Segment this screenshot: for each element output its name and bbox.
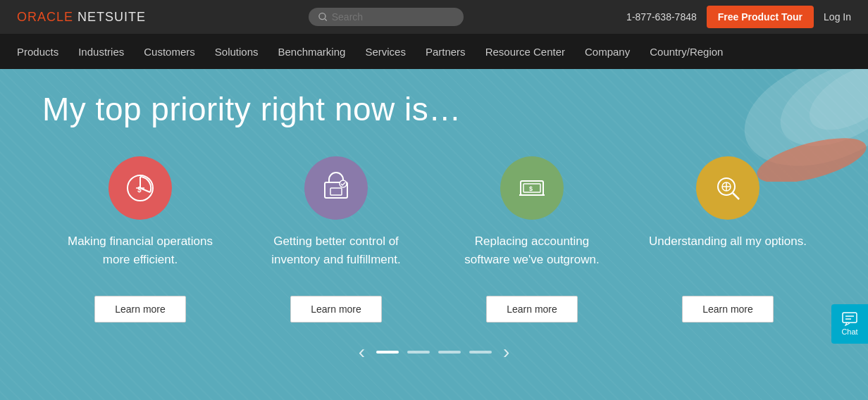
carousel-dot-1[interactable]	[376, 351, 399, 354]
inventory-icon	[319, 171, 353, 205]
nav-item-benchmarking[interactable]: Benchmarking	[278, 36, 346, 68]
nav-item-solutions[interactable]: Solutions	[215, 36, 259, 68]
card-financial: $ Making financial operations more effic…	[59, 156, 221, 323]
card-text-accounting: Replacing accounting software we've outg…	[451, 232, 613, 282]
top-bar: ORACLE NETSUITE 1-877-638-7848 Free Prod…	[0, 0, 868, 34]
nav-item-services[interactable]: Services	[365, 36, 406, 68]
learn-more-accounting-button[interactable]: Learn more	[486, 296, 578, 323]
login-button[interactable]: Log In	[824, 11, 851, 23]
nav-item-customers[interactable]: Customers	[144, 36, 195, 68]
netsuite-logo-text: NETSUITE	[73, 10, 146, 24]
nav-item-company[interactable]: Company	[585, 36, 630, 68]
svg-rect-12	[330, 188, 342, 195]
card-text-inventory: Getting better control of inventory and …	[255, 232, 417, 282]
card-icon-financial: $	[108, 156, 172, 220]
carousel-next-button[interactable]: ›	[503, 342, 509, 362]
nav-item-products[interactable]: Products	[17, 36, 58, 68]
carousel-dot-3[interactable]	[438, 351, 461, 354]
hero-section: My top priority right now is… $ Making f…	[0, 69, 868, 400]
svg-text:$: $	[529, 185, 533, 192]
card-inventory: Getting better control of inventory and …	[255, 156, 417, 323]
top-right-controls: 1-877-638-7848 Free Product Tour Log In	[626, 6, 851, 28]
carousel-prev-button[interactable]: ‹	[359, 342, 365, 362]
svg-point-0	[319, 13, 326, 20]
nav-bar: Products Industries Customers Solutions …	[0, 34, 868, 69]
oracle-logo-text: ORACLE	[17, 10, 73, 24]
search-input[interactable]	[332, 11, 454, 23]
nav-item-resource-center[interactable]: Resource Center	[485, 36, 565, 68]
card-accounting: $ Replacing accounting software we've ou…	[451, 156, 613, 323]
search-icon	[318, 12, 328, 22]
learn-more-options-button[interactable]: Learn more	[682, 296, 774, 323]
svg-line-19	[733, 193, 739, 199]
phone-number: 1-877-638-7848	[626, 11, 697, 23]
laptop-icon: $	[515, 171, 549, 205]
carousel-dots	[376, 351, 492, 354]
carousel-dot-4[interactable]	[469, 351, 492, 354]
search-bar[interactable]	[309, 8, 464, 26]
nav-item-country-region[interactable]: Country/Region	[650, 36, 723, 68]
carousel-nav: ‹ ›	[42, 342, 826, 362]
chat-widget[interactable]: Chat	[831, 304, 868, 344]
chat-icon	[842, 312, 857, 326]
svg-rect-23	[843, 313, 857, 323]
svg-text:$: $	[137, 186, 142, 194]
learn-more-inventory-button[interactable]: Learn more	[290, 296, 382, 323]
nav-item-partners[interactable]: Partners	[426, 36, 466, 68]
free-product-tour-button[interactable]: Free Product Tour	[707, 6, 814, 28]
hero-decoration	[671, 69, 868, 182]
carousel-dot-2[interactable]	[407, 351, 430, 354]
card-text-financial: Making financial operations more efficie…	[59, 232, 221, 282]
card-text-options: Understanding all my options.	[649, 232, 807, 282]
logo: ORACLE NETSUITE	[17, 10, 146, 25]
svg-line-8	[140, 188, 150, 192]
card-icon-accounting: $	[500, 156, 564, 220]
svg-line-1	[325, 19, 327, 21]
card-icon-inventory	[304, 156, 368, 220]
nav-item-industries[interactable]: Industries	[78, 36, 124, 68]
learn-more-financial-button[interactable]: Learn more	[94, 296, 186, 323]
pie-chart-icon: $	[123, 171, 157, 205]
chat-label: Chat	[841, 327, 857, 336]
